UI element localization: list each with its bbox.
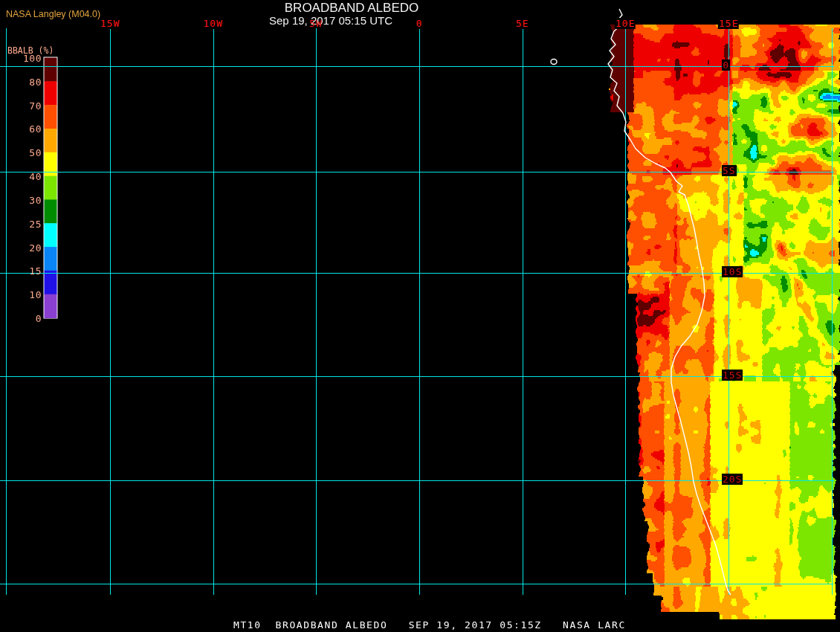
colorbar-tick-10: 10 bbox=[0, 289, 42, 300]
lon-label-0: 0 bbox=[416, 18, 424, 29]
albedo-product-image: NASA Langley (M04.0) BROADBAND ALBEDO Se… bbox=[0, 0, 840, 632]
lat-label-5S: 5S bbox=[722, 165, 737, 176]
agency-credit: NASA Langley (M04.0) bbox=[6, 10, 100, 19]
colorbar-tick-50: 50 bbox=[0, 147, 42, 158]
colorbar-tick-60: 60 bbox=[0, 123, 42, 135]
lon-label-15E: 15E bbox=[718, 18, 739, 29]
lon-label-10E: 10E bbox=[615, 18, 636, 29]
lat-label-15S: 15S bbox=[722, 370, 743, 381]
colorbar-tick-30: 30 bbox=[0, 195, 42, 206]
lat-label-10S: 10S bbox=[722, 266, 743, 277]
colorbar-tick-80: 80 bbox=[0, 77, 42, 88]
lat-label-20S: 20S bbox=[722, 474, 743, 485]
colorbar-tick-25: 25 bbox=[0, 219, 42, 230]
footer-caption: MT10 BROADBAND ALBEDO SEP 19, 2017 05:15… bbox=[233, 620, 626, 630]
colorbar-tick-40: 40 bbox=[0, 171, 42, 182]
lat-label-0: 0 bbox=[722, 59, 730, 71]
lon-label-15W: 15W bbox=[100, 18, 120, 29]
colorbar-tick-100: 100 bbox=[0, 53, 42, 64]
page-title: BROADBAND ALBEDO bbox=[282, 1, 421, 14]
lon-label-5W: 5W bbox=[308, 18, 323, 29]
colorbar-tick-0: 0 bbox=[0, 313, 42, 324]
colorbar-tick-15: 15 bbox=[0, 265, 42, 277]
lon-label-10W: 10W bbox=[202, 18, 223, 29]
colorbar-tick-20: 20 bbox=[0, 242, 42, 254]
lon-label-5E: 5E bbox=[515, 18, 530, 29]
colorbar-tick-70: 70 bbox=[0, 100, 42, 112]
albedo-map-canvas bbox=[0, 0, 840, 632]
datetime-label: Sep 19, 2017 05:15 UTC bbox=[267, 15, 395, 26]
